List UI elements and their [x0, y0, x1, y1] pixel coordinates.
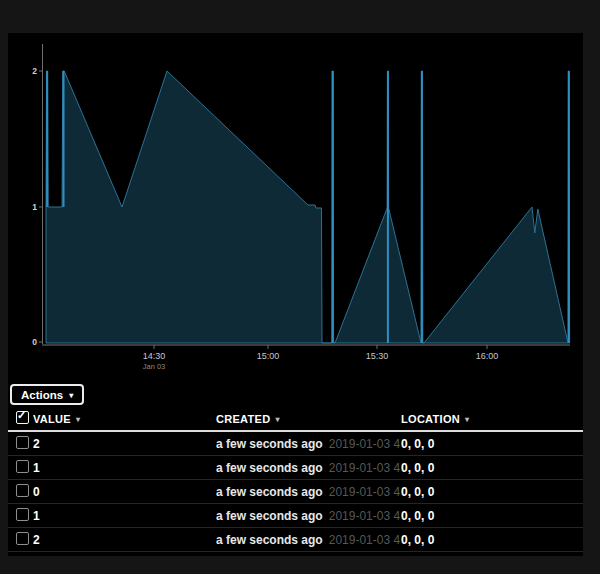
location-cell: 0, 0, 0: [401, 455, 583, 479]
x-axis-label: 15:00: [257, 351, 280, 361]
created-cell: a few seconds ago2019-01-03 4:22:08 ...: [216, 455, 401, 479]
created-cell: a few seconds ago2019-01-03 4:21:42 p...: [216, 527, 401, 551]
created-cell: a few seconds ago2019-01-03 4:21:46 p...: [216, 503, 401, 527]
x-axis-label: 14:30: [143, 351, 166, 361]
created-cell: a few seconds ago2019-01-03 4:22:12 p...: [216, 431, 401, 455]
actions-button[interactable]: Actions ▾: [10, 384, 84, 405]
area-series: [46, 71, 570, 343]
location-cell: 0, 0, 0: [401, 479, 583, 503]
value-cell: 2: [33, 527, 216, 551]
row-checkbox[interactable]: [16, 460, 29, 473]
location-cell: 0, 0, 0: [401, 431, 583, 455]
column-header-label: CREATED: [216, 413, 270, 425]
value-cell: 2: [33, 431, 216, 455]
records-table: ✓ VALUE ▾ CREATED ▾: [8, 405, 583, 552]
x-tick-group: 16:00: [476, 345, 499, 361]
row-checkbox[interactable]: [16, 508, 29, 521]
table-row: 2 a few seconds ago2019-01-03 4:22:12 p.…: [8, 431, 583, 455]
row-checkbox[interactable]: [16, 484, 29, 497]
x-axis-label: 15:30: [366, 351, 389, 361]
table-header-row: ✓ VALUE ▾ CREATED ▾: [8, 405, 583, 431]
location-cell: 0, 0, 0: [401, 503, 583, 527]
dashboard-panel: 2 1 0 14:30 Jan 03 15:00 15:30 16:00 Act…: [8, 33, 583, 556]
caret-down-icon: ▾: [465, 415, 469, 424]
x-tick-group: 15:30: [366, 345, 389, 361]
checkmark-icon: ✓: [17, 410, 26, 421]
created-cell: a few seconds ago2019-01-03 4:21:50 p...: [216, 479, 401, 503]
value-cell: 1: [33, 455, 216, 479]
x-axis-label: 16:00: [476, 351, 499, 361]
value-cell: 0: [33, 479, 216, 503]
table-row: 1 a few seconds ago2019-01-03 4:21:46 p.…: [8, 503, 583, 527]
column-header-label: LOCATION: [401, 413, 460, 425]
column-header-label: VALUE: [33, 413, 71, 425]
location-cell: 0, 0, 0: [401, 527, 583, 551]
row-checkbox[interactable]: [16, 436, 29, 449]
column-header-value[interactable]: VALUE ▾: [33, 413, 80, 425]
table-row: 0 a few seconds ago2019-01-03 4:21:50 p.…: [8, 479, 583, 503]
select-all-checkbox[interactable]: ✓: [16, 411, 29, 424]
caret-down-icon: ▾: [76, 415, 80, 424]
table-row: 1 a few seconds ago2019-01-03 4:22:08 ..…: [8, 455, 583, 479]
y-axis-label: 1: [32, 202, 37, 212]
table-row: 2 a few seconds ago2019-01-03 4:21:42 p.…: [8, 527, 583, 551]
actions-button-label: Actions: [21, 389, 63, 401]
x-axis-date-label: Jan 03: [143, 362, 166, 371]
column-header-created[interactable]: CREATED ▾: [216, 413, 280, 425]
x-tick-group: 15:00: [257, 345, 280, 361]
y-axis-label: 0: [32, 337, 37, 347]
value-cell: 1: [33, 503, 216, 527]
caret-down-icon: ▾: [275, 415, 279, 424]
y-axis-label: 2: [32, 66, 37, 76]
row-checkbox[interactable]: [16, 532, 29, 545]
caret-down-icon: ▾: [69, 392, 73, 400]
column-header-location[interactable]: LOCATION ▾: [401, 413, 469, 425]
value-time-series-chart: 2 1 0 14:30 Jan 03 15:00 15:30 16:00: [8, 33, 583, 373]
x-tick-group: 14:30 Jan 03: [143, 345, 166, 371]
